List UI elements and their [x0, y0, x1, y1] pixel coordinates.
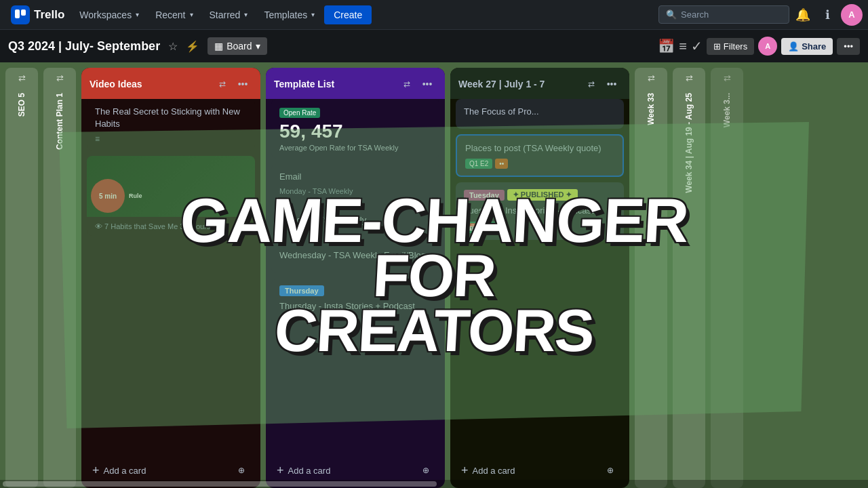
board-body: ⇄ SEO 5 ⇄ Content Plan 1 Video Ideas ⇄ •…: [0, 62, 868, 488]
template-list-col-content: Open Rate 59, 457 Average Open Rate for …: [266, 99, 445, 453]
description-icon: ≡: [95, 134, 100, 144]
card-focus[interactable]: The Focus of Pro...: [456, 99, 624, 129]
week27-collapse-btn[interactable]: ⇄: [582, 75, 601, 94]
compose-icon: ⊕: [233, 462, 250, 479]
card-habits[interactable]: The Real Secret to Sticking with New Hab…: [87, 99, 255, 150]
thursday-badge: Thursday: [279, 285, 324, 296]
thumb-views: 👁 7 Habits that Save Me 3+ Hours...: [95, 222, 216, 230]
week34-col-label: Week 34 | Aug 19 - Aug 25: [684, 93, 694, 193]
card-places[interactable]: Places to post (TSA Weekly quote) Q1 E2 …: [456, 134, 624, 177]
star-icon[interactable]: ☆: [165, 37, 180, 56]
card-tuesday-podcast[interactable]: Tuesday ✦ PUBLISHED ✦ Tuesday - Insta St…: [456, 182, 624, 239]
date-badge: 📅 Jul 2: [464, 222, 499, 233]
filters-button[interactable]: ⊞ Filters: [707, 38, 754, 55]
open-rate-label: Open Rate: [279, 108, 320, 118]
template-menu-btn[interactable]: •••: [418, 75, 437, 94]
calendar-small-icon: 📅: [468, 223, 477, 232]
board-scrollbar-thumb: [3, 481, 437, 487]
template-list-col-title: Template List: [274, 79, 397, 89]
search-box[interactable]: 🔍 Search: [658, 5, 789, 24]
card-places-title: Places to post (TSA Weekly quote): [465, 142, 614, 155]
notifications-button[interactable]: 🔔: [792, 4, 814, 26]
card-monday-title: Monday - TSA Weekly: [279, 214, 431, 226]
template-add-card-btn[interactable]: + Add a card ⊕: [271, 458, 439, 483]
collapsed-col-content-plan[interactable]: ⇄ Content Plan 1: [43, 68, 76, 488]
check-icon[interactable]: ✓: [691, 38, 703, 54]
expand-icon-content: ⇄: [56, 73, 64, 83]
share-button[interactable]: 👤 Share: [781, 38, 833, 55]
video-ideas-collapse-btn[interactable]: ⇄: [213, 75, 232, 94]
card-email[interactable]: Email Monday - TSA Weekly: [271, 164, 439, 202]
recent-menu[interactable]: Recent ▾: [149, 5, 199, 24]
board-header: Q3 2024 | July- September ☆ ⚡ ▦ Board ▾ …: [0, 30, 868, 62]
week27-menu-btn[interactable]: •••: [602, 75, 621, 94]
table-icon[interactable]: ≡: [679, 39, 687, 54]
expand-icon-week33: ⇄: [648, 73, 655, 83]
card-video-thumb[interactable]: 5 min Rule 👁 7 Habits that Save Me 3+ Ho…: [87, 156, 255, 236]
video-ideas-add-card-btn[interactable]: + Add a card ⊕: [87, 458, 255, 483]
compose-icon-2: ⊕: [418, 462, 434, 479]
published-badge: ✦ PUBLISHED ✦: [507, 189, 578, 201]
template-collapse-btn[interactable]: ⇄: [397, 75, 416, 94]
workspaces-menu[interactable]: Workspaces ▾: [73, 5, 146, 24]
card-thursday-sub: Thursday - Insta Stories + Podcast: [279, 300, 431, 312]
compose-icon-3: ⊕: [602, 462, 618, 479]
card-focus-title: The Focus of Pro...: [464, 106, 616, 118]
power-up-icon[interactable]: ⚡: [183, 37, 202, 56]
card-email-title: Email: [279, 171, 431, 183]
board-view-button[interactable]: ▦ Board ▾: [208, 37, 267, 55]
templates-menu[interactable]: Templates ▾: [257, 5, 321, 24]
seo-col-label: SEO 5: [17, 93, 26, 117]
card-thursday-tag[interactable]: Thursday Thursday - Insta Stories + Podc…: [271, 279, 439, 323]
board-icon: ▦: [214, 41, 223, 52]
trello-icon-mark: [11, 5, 30, 24]
expand-icon-week35: ⇄: [724, 73, 731, 83]
svg-rect-0: [15, 9, 20, 18]
member-avatar[interactable]: A: [758, 37, 777, 56]
trello-logo[interactable]: Trello: [5, 5, 70, 24]
topnav: Trello Workspaces ▾ Recent ▾ Starred ▾ T…: [0, 0, 868, 30]
collapsed-col-week34[interactable]: ⇄ Week 34 | Aug 19 - Aug 25: [673, 68, 705, 488]
card-stats[interactable]: Open Rate 59, 457 Average Open Rate for …: [271, 99, 439, 159]
stats-numbers: 59, 457: [279, 121, 431, 142]
week27-add-card-btn[interactable]: + Add a card ⊕: [456, 458, 624, 483]
card-habits-meta: ≡: [95, 134, 247, 144]
collapsed-col-week35[interactable]: ⇄ Week 3...: [711, 68, 743, 488]
user-avatar[interactable]: A: [841, 4, 863, 26]
template-list-col-header: Template List ⇄ •••: [266, 68, 445, 99]
week27-col-content: The Focus of Pro... Places to post (TSA …: [450, 99, 629, 453]
collapsed-col-week33[interactable]: ⇄ Week 33: [635, 68, 667, 488]
video-ideas-menu-btn[interactable]: •••: [233, 75, 252, 94]
collapsed-col-seo[interactable]: ⇄ SEO 5: [5, 68, 38, 488]
week27-column: Week 27 | July 1 - 7 ⇄ ••• The Focus of …: [450, 68, 629, 488]
starred-menu[interactable]: Starred ▾: [203, 5, 255, 24]
tuesday-badge: Tuesday: [464, 190, 505, 201]
board-header-icons: ☆ ⚡: [165, 37, 202, 56]
info-button[interactable]: ℹ: [816, 4, 838, 26]
templates-chevron-icon: ▾: [311, 11, 315, 18]
add-card-plus-icon: +: [92, 464, 100, 478]
board-header-right: 📅 ≡ ✓ ⊞ Filters A 👤 Share •••: [658, 37, 860, 56]
places-label-1: Q1 E2: [465, 159, 492, 169]
card-monday[interactable]: Monday - TSA Weekly: [271, 207, 439, 237]
week27-col-header: Week 27 | July 1 - 7 ⇄ •••: [450, 68, 629, 99]
card-wednesday[interactable]: Wednesday - TSA Weekly Email/Blog: [271, 243, 439, 272]
board-scrollbar[interactable]: [0, 480, 868, 488]
video-ideas-column: Video Ideas ⇄ ••• The Real Secret to Sti…: [81, 68, 260, 488]
video-ideas-col-actions: ⇄ •••: [213, 75, 252, 94]
more-button[interactable]: •••: [837, 38, 860, 55]
create-button[interactable]: Create: [324, 5, 372, 24]
thumb-avatar: 5 min: [91, 179, 125, 213]
trello-wordmark: Trello: [34, 8, 64, 22]
recent-chevron-icon: ▾: [190, 11, 193, 18]
thumb-rule-label: Rule: [129, 192, 142, 199]
share-icon: 👤: [788, 41, 799, 52]
week27-col-actions: ⇄ •••: [582, 75, 621, 94]
expand-icon-week34: ⇄: [686, 73, 693, 83]
card-thumb-meta: 👁 7 Habits that Save Me 3+ Hours...: [95, 222, 247, 230]
search-icon: 🔍: [666, 9, 677, 20]
board-title: Q3 2024 | July- September: [8, 39, 160, 54]
add-card-plus-icon-3: +: [461, 464, 469, 478]
calendar-icon[interactable]: 📅: [658, 38, 675, 54]
filter-icon: ⊞: [713, 41, 721, 52]
